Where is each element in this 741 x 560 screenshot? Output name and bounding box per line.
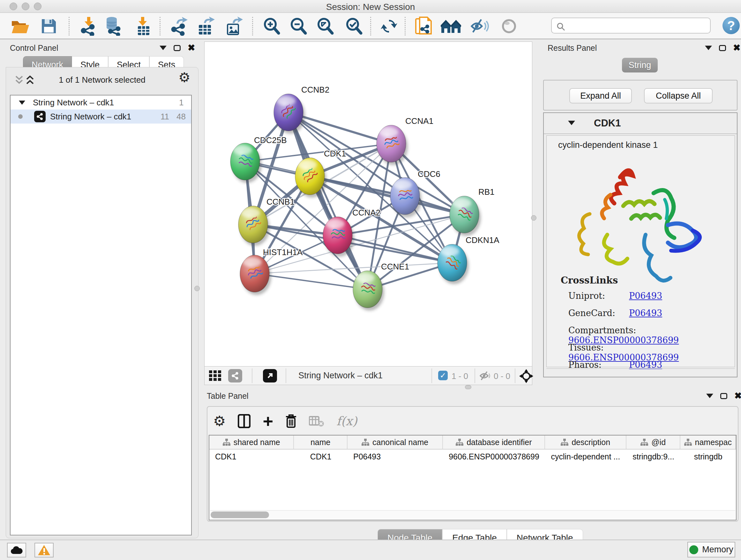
table-cell[interactable]: stringdb <box>680 450 736 463</box>
clone-network-button[interactable] <box>413 16 434 36</box>
current-network-label: String Network – cdk1 <box>298 371 383 381</box>
zoom-out-button[interactable] <box>288 16 309 36</box>
network-node-cdkn1a[interactable]: CDKN1A <box>437 235 499 284</box>
network-node-ccna2[interactable]: CCNA2 <box>323 208 381 257</box>
memory-label: Memory <box>702 545 733 555</box>
column-header-name[interactable]: name <box>294 435 347 449</box>
table-cell[interactable]: cyclin-dependent ... <box>545 450 626 463</box>
zoom-fit-button[interactable] <box>315 16 336 36</box>
table-cell[interactable]: P06493 <box>347 450 443 463</box>
network-row[interactable]: String Network – cdk1 11 48 <box>10 110 191 124</box>
export-network-button[interactable] <box>169 16 190 36</box>
network-edge[interactable] <box>255 273 367 289</box>
crosslink-row: Compartments:9606.ENSP00000378699 <box>568 325 735 345</box>
table-row[interactable]: CDK1CDK1P064939606.ENSP00000378699cyclin… <box>209 450 736 463</box>
network-node-ccne1[interactable]: CCNE1 <box>353 262 409 311</box>
collapse-panel-icon[interactable] <box>705 46 712 50</box>
network-options-gear-icon[interactable]: ⚙ <box>179 72 191 83</box>
table-horizontal-scrollbar[interactable] <box>210 510 735 519</box>
section-collapse-icon[interactable] <box>568 121 575 125</box>
network-edge[interactable] <box>288 112 367 289</box>
string-view-button[interactable] <box>228 369 242 382</box>
close-panel-icon[interactable]: ✖ <box>734 393 741 399</box>
share-icon <box>231 372 239 380</box>
zoom-in-button[interactable] <box>261 16 282 36</box>
hide-glass-button[interactable] <box>469 16 490 36</box>
cloud-button[interactable] <box>7 543 26 557</box>
crosslink-link[interactable]: P06493 <box>629 291 662 301</box>
search-input[interactable] <box>567 20 704 31</box>
expand-all-button[interactable]: Expand All <box>569 88 632 104</box>
collection-count: 1 <box>179 98 184 108</box>
column-label: name <box>311 438 331 447</box>
show-columns-icon[interactable] <box>238 414 251 428</box>
memory-button[interactable]: Memory <box>687 542 735 557</box>
string-home-button[interactable] <box>441 16 461 36</box>
network-canvas[interactable]: CCNB2CCNA1CDC25BCDK1CDC6RB1CCNB1CCNA2CDK… <box>204 42 532 367</box>
network-node-ccnb2[interactable]: CCNB2 <box>274 85 329 134</box>
table-cell[interactable]: stringdb:9... <box>626 450 681 463</box>
float-panel-icon[interactable] <box>174 45 181 51</box>
column-header-namespac[interactable]: namespac <box>680 435 736 449</box>
close-panel-icon[interactable]: ✖ <box>733 45 740 51</box>
toolbar-separator <box>159 17 160 36</box>
collapse-panel-icon[interactable] <box>706 394 713 398</box>
node-table[interactable]: shared namenamecanonical namedatabase id… <box>209 435 737 520</box>
column-header--id[interactable]: @id <box>626 435 681 449</box>
column-header-canonical-name[interactable]: canonical name <box>347 435 443 449</box>
crosslink-link[interactable]: P06493 <box>629 308 662 318</box>
protein-section-header[interactable]: CDK1 <box>544 113 737 134</box>
refresh-button[interactable] <box>379 16 400 36</box>
network-collection-list: String Network – cdk1 1 String Network –… <box>10 95 192 536</box>
delete-column-trash-icon[interactable] <box>285 414 297 428</box>
collapse-all-button[interactable]: Collapse All <box>644 88 713 104</box>
float-panel-icon[interactable] <box>720 393 727 399</box>
table-cell[interactable]: CDK1 <box>209 450 294 463</box>
crosshair-icon[interactable] <box>519 369 533 383</box>
network-edge[interactable] <box>310 176 464 214</box>
help-button[interactable]: ? <box>723 17 740 34</box>
add-column-icon[interactable]: + <box>263 415 273 428</box>
float-panel-icon[interactable] <box>719 45 726 51</box>
grid-view-button[interactable] <box>209 370 222 383</box>
cytoscape-window: Session: New Session <box>0 0 741 560</box>
collapse-panel-icon[interactable] <box>159 46 166 50</box>
scrollbar-thumb[interactable] <box>211 511 269 518</box>
save-session-button[interactable] <box>38 16 59 36</box>
search-field[interactable] <box>551 17 711 34</box>
table-cell[interactable]: 9606.ENSP00000378699 <box>443 450 545 463</box>
zoom-selected-button[interactable] <box>343 16 364 36</box>
warnings-button[interactable] <box>35 543 54 557</box>
selected-checkbox-icon[interactable]: ✓ <box>438 371 448 380</box>
open-session-button[interactable] <box>10 16 30 36</box>
network-selection-status: 1 of 1 Network selected <box>6 75 198 85</box>
column-header-database-identifier[interactable]: database identifier <box>443 435 545 449</box>
close-panel-icon[interactable]: ✖ <box>188 45 195 51</box>
zoom-out-icon <box>289 17 307 35</box>
import-database-button[interactable] <box>102 16 123 36</box>
export-image-button[interactable] <box>223 16 245 36</box>
table-cell[interactable]: CDK1 <box>294 450 347 463</box>
table-options-gear-icon[interactable]: ⚙ <box>213 415 226 427</box>
network-node-cdc25b[interactable]: CDC25B <box>230 135 287 183</box>
column-header-description[interactable]: description <box>545 435 626 449</box>
collection-row[interactable]: String Network – cdk1 1 <box>10 96 191 110</box>
tab-string[interactable]: String <box>622 58 658 72</box>
network-node-rb1[interactable]: RB1 <box>450 187 495 236</box>
delete-table-icon <box>309 415 324 427</box>
node-label: CDKN1A <box>466 235 499 245</box>
network-node-ccnb1[interactable]: CCNB1 <box>239 197 294 246</box>
crosslink-label: Uniprot: <box>568 291 629 301</box>
table-toolbar: ⚙ + f(x) <box>213 411 357 431</box>
left-splitter-handle[interactable] <box>194 286 200 291</box>
export-table-button[interactable] <box>195 16 216 36</box>
collection-expand-icon[interactable] <box>19 101 25 105</box>
node-label: CCNE1 <box>381 262 409 271</box>
import-table-button[interactable] <box>133 16 154 36</box>
network-view-toolbar: String Network – cdk1 ✓ 1 - 0 0 - 0 <box>204 367 532 385</box>
import-network-button[interactable] <box>78 16 99 36</box>
hidden-eye-slash-icon[interactable] <box>480 371 491 381</box>
birds-eye-view-button[interactable] <box>263 369 277 382</box>
column-header-shared-name[interactable]: shared name <box>209 435 294 449</box>
show-glass-button[interactable] <box>498 16 520 36</box>
